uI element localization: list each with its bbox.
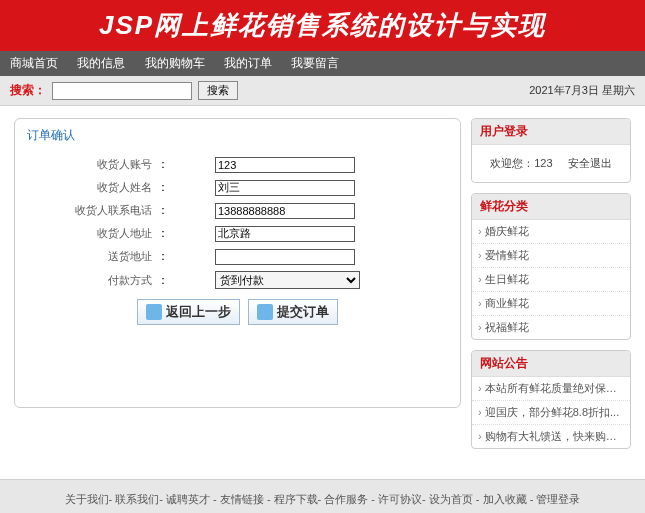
label-name: 收货人姓名 [27,180,157,195]
search-input[interactable] [52,82,192,100]
login-box-title: 用户登录 [472,119,630,145]
header-banner: JSP网上鲜花销售系统的设计与实现 [0,0,645,51]
date-text: 2021年7月3日 星期六 [529,83,635,98]
notice-item[interactable]: 购物有大礼馈送，快来购物了... [472,425,630,448]
notice-box: 网站公告 本站所有鲜花质量绝对保证... 迎国庆，部分鲜花8.8折扣... 购物… [471,350,631,449]
submit-button-label: 提交订单 [277,303,329,321]
label-address: 收货人地址 [27,226,157,241]
notice-item[interactable]: 本站所有鲜花质量绝对保证... [472,377,630,401]
footer: 关于我们- 联系我们- 诚聘英才 - 友情链接 - 程序下载- 合作服务 - 许… [0,479,645,513]
back-button[interactable]: 返回上一步 [137,299,240,325]
nav-myinfo[interactable]: 我的信息 [77,56,125,70]
category-item[interactable]: 祝福鲜花 [472,316,630,339]
input-ship[interactable] [215,249,355,265]
nav-orders[interactable]: 我的订单 [224,56,272,70]
category-box: 鲜花分类 婚庆鲜花 爱情鲜花 生日鲜花 商业鲜花 祝福鲜花 [471,193,631,340]
category-box-title: 鲜花分类 [472,194,630,220]
submit-button[interactable]: 提交订单 [248,299,338,325]
label-ship: 送货地址 [27,249,157,264]
notice-box-title: 网站公告 [472,351,630,377]
input-phone[interactable] [215,203,355,219]
category-item[interactable]: 生日鲜花 [472,268,630,292]
label-pay: 付款方式 [27,273,157,288]
input-name[interactable] [215,180,355,196]
select-pay[interactable]: 货到付款 [215,271,360,289]
back-icon [146,304,162,320]
back-button-label: 返回上一步 [166,303,231,321]
label-phone: 收货人联系电话 [27,203,157,218]
submit-icon [257,304,273,320]
footer-links[interactable]: 关于我们- 联系我们- 诚聘英才 - 友情链接 - 程序下载- 合作服务 - 许… [6,490,639,509]
search-label: 搜索： [10,82,46,99]
footer-contact: 电话：****-******** ****-******** 传真：****-*… [6,509,639,513]
search-button[interactable]: 搜索 [198,81,238,100]
input-address[interactable] [215,226,355,242]
welcome-user: 123 [534,157,552,169]
label-account: 收货人账号 [27,157,157,172]
search-bar: 搜索： 搜索 2021年7月3日 星期六 [0,76,645,106]
order-title: 订单确认 [27,127,448,144]
nav-bar: 商城首页 我的信息 我的购物车 我的订单 我要留言 [0,51,645,76]
login-box: 用户登录 欢迎您：123 安全退出 [471,118,631,183]
nav-home[interactable]: 商城首页 [10,56,58,70]
category-item[interactable]: 婚庆鲜花 [472,220,630,244]
notice-item[interactable]: 迎国庆，部分鲜花8.8折扣... [472,401,630,425]
nav-cart[interactable]: 我的购物车 [145,56,205,70]
category-item[interactable]: 爱情鲜花 [472,244,630,268]
order-panel: 订单确认 收货人账号： 收货人姓名： 收货人联系电话： 收货人地址： 送货地址： [14,118,461,408]
nav-message[interactable]: 我要留言 [291,56,339,70]
welcome-label: 欢迎您： [490,157,534,169]
category-item[interactable]: 商业鲜花 [472,292,630,316]
input-account[interactable] [215,157,355,173]
site-title: JSP网上鲜花销售系统的设计与实现 [0,8,645,43]
logout-link[interactable]: 安全退出 [568,157,612,169]
